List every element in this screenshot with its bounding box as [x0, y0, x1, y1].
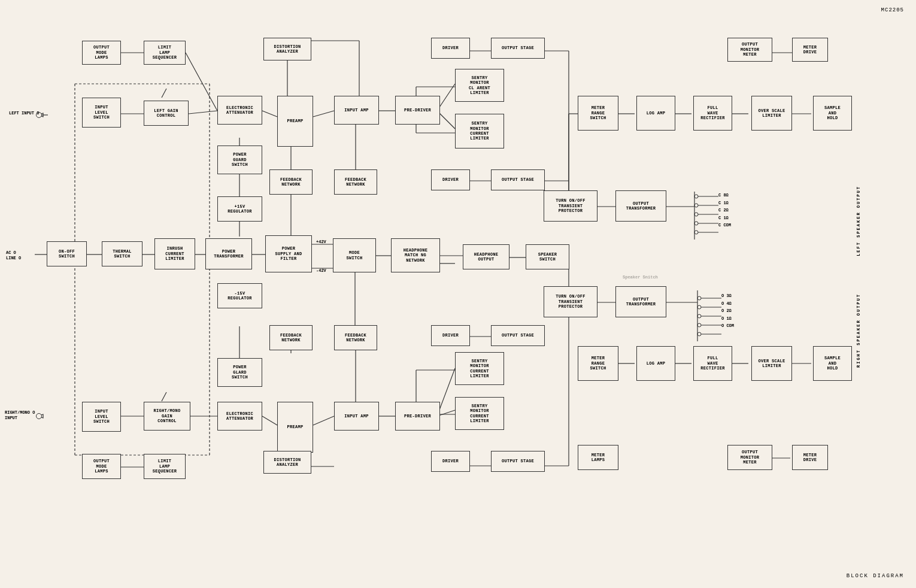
- output-stage-top-2: OUTPUT STAGE: [491, 169, 545, 190]
- right-input-connector: [36, 413, 42, 419]
- input-amp-top: INPUT AMP: [334, 96, 379, 125]
- svg-line-52: [313, 416, 334, 425]
- preamp-top: PREAMP: [277, 96, 313, 147]
- meter-drive-top: METERDRIVE: [792, 38, 828, 62]
- svg-line-51: [262, 416, 277, 425]
- sentry-monitor-cl-top-1: SENTRYMONITORCL ARENTLIMITER: [455, 69, 504, 102]
- over-scale-limiter-bot: OVER SCALELIMITER: [751, 346, 792, 381]
- right-mono-gain-control: RIGHT/MONOGAINCONTROL: [144, 402, 190, 431]
- output-monitor-meter-bot: OUTPUTMONITORMETER: [727, 445, 772, 470]
- thermal-switch: THERMALSWITCH: [102, 241, 142, 266]
- output-stage-top-1: OUTPUT STAGE: [491, 38, 545, 59]
- right-speaker-labels: O 3Ω O 4Ω O 2Ω O 1Ω O COM: [721, 292, 734, 330]
- driver-bot-2: DRIVER: [431, 451, 470, 472]
- turn-onoff-transient-top: TURN ON/OFFTRANSIENTPROTECTOR: [544, 190, 597, 222]
- svg-point-87: [697, 305, 701, 309]
- svg-point-90: [697, 332, 701, 336]
- input-level-switch-top: INPUTLEVELSWITCH: [82, 98, 121, 128]
- sample-hold-top: SAMPLEANDHOLD: [813, 96, 852, 131]
- sentry-monitor-bot-2: SENTRYMONITORCURRENTLIMITER: [455, 397, 504, 430]
- inrush-current-limiter: INRUSHCURRENTLIMITER: [154, 238, 195, 269]
- input-level-switch-bot: INPUTLEVELSWITCH: [82, 402, 121, 432]
- on-off-switch: ON-OFFSWITCH: [47, 241, 87, 266]
- power-supply-filter: POWERSUPPLY ANDFILTER: [265, 235, 312, 272]
- output-monitor-meter-top: OUTPUTMONITORMETER: [727, 38, 772, 62]
- svg-point-80: [694, 231, 698, 234]
- headphone-match-network: HEADPHONEMATCH NGNETWORK: [391, 238, 440, 272]
- meter-range-switch-bot: METERRANGESWITCH: [578, 346, 618, 381]
- output-mode-lamps-bot: OUTPUTMODELAMPS: [82, 454, 121, 479]
- log-amp-top: LOG AMP: [636, 96, 675, 131]
- svg-point-76: [694, 195, 698, 198]
- svg-point-86: [697, 296, 701, 300]
- limit-lamp-seq-bot: LIMITLAMPSEQUENCER: [144, 454, 186, 479]
- electronic-attenuator-bot: ELECTRONICATTENUATOR: [217, 402, 262, 431]
- plus42v-label: +42V: [316, 240, 326, 244]
- svg-line-111: [162, 89, 166, 98]
- svg-point-89: [697, 323, 701, 327]
- output-stage-bot-1: OUTPUT STAGE: [491, 325, 545, 346]
- output-mode-lamps-top: OUTPUTMODELAMPS: [82, 41, 121, 65]
- page-ref: MC2205: [881, 7, 904, 13]
- svg-point-79: [694, 222, 698, 225]
- driver-bot-1: DRIVER: [431, 325, 470, 346]
- input-amp-bot: INPUT AMP: [334, 402, 379, 431]
- electronic-attenuator-top: ELECTRONICATTENUATOR: [217, 96, 262, 125]
- power-guard-switch-top: POWERGUARDSWITCH: [217, 146, 262, 174]
- pre-driver-bot: PRE-DRIVER: [395, 402, 440, 431]
- sentry-monitor-bot-1: SENTRYMONITORCURRENTLIMITER: [455, 352, 504, 385]
- svg-line-1: [186, 53, 217, 111]
- meter-drive-bot: METERDRIVE: [792, 445, 828, 470]
- feedback-network-bot-1: FEEDBACKNETWORK: [269, 325, 313, 350]
- speaker-switch: SPEAKERSWITCH: [526, 244, 569, 269]
- svg-point-88: [697, 314, 701, 318]
- left-gain-control: LEFT GAINCONTROL: [144, 101, 189, 126]
- log-amp-bot: LOG AMP: [636, 346, 675, 381]
- bottom-label: BLOCK DIAGRAM: [847, 573, 904, 579]
- distortion-analyzer-bot: DISTORTIONANALYZER: [263, 451, 311, 474]
- left-speaker-output-label: LEFT SPEAKER OUTPUT: [856, 186, 861, 256]
- right-speaker-output-label: RIGHT SPEAKER OUTPUT: [856, 293, 861, 368]
- meter-lamps-bot: METERLAMPS: [578, 445, 618, 470]
- block-diagram: MC2205 BLOCK DIAGRAM: [0, 0, 916, 588]
- full-wave-rect-bot: FULLWAVERECTIFIER: [693, 346, 732, 381]
- output-transformer-top: OUTPUTTRANSFORMER: [615, 190, 666, 222]
- left-input-label: LEFT INPUT O: [9, 111, 39, 116]
- driver-top-2: DRIVER: [431, 169, 470, 190]
- ac-line-label: AC OLINE O: [6, 250, 21, 261]
- svg-point-77: [694, 204, 698, 207]
- right-mono-input-label: RIGHT/MONO OINPUT: [5, 410, 35, 421]
- meter-range-switch-top: METERRANGESWITCH: [578, 96, 618, 131]
- svg-line-6: [262, 111, 277, 117]
- over-scale-limiter-top: OVER SCALELIMITER: [751, 96, 792, 131]
- svg-point-78: [694, 213, 698, 216]
- speaker-snitch: Speaker Snitch: [623, 275, 658, 280]
- distortion-analyzer-top: DISTORTIONANALYZER: [263, 38, 311, 60]
- svg-line-7: [313, 111, 334, 117]
- turn-onoff-transient-bot: TURN ON/OFFTRANSIENTPROTECTOR: [544, 286, 597, 317]
- power-guard-switch-bot: POWERGLARDSWITCH: [217, 358, 262, 387]
- neg-15v-reg: -15VREGULATOR: [217, 283, 262, 308]
- output-stage-bot-2: OUTPUT STAGE: [491, 451, 545, 472]
- mode-switch: MODESWITCH: [333, 238, 376, 272]
- power-transformer: POWERTRANSFORMER: [205, 238, 252, 269]
- svg-line-112: [162, 392, 166, 401]
- headphone-output: HEADPHONEOUTPUT: [463, 244, 509, 269]
- sample-hold-bot: SAMPLEANDHOLD: [813, 346, 852, 381]
- 15v-regulator-top: +15VREGULATOR: [217, 196, 262, 222]
- minus42v-label: -42V: [316, 268, 326, 273]
- limit-lamp-seq-top: LIMITLAMPSEQUENCER: [144, 41, 186, 65]
- feedback-network-top-1: FEEDBACKNETWORK: [269, 169, 313, 195]
- output-transformer-bot: OUTPUTTRANSFORMER: [615, 286, 666, 317]
- full-wave-rect-top: FULLWAVERECTIFIER: [693, 96, 732, 131]
- pre-driver-top: PRE-DRIVER: [395, 96, 440, 125]
- svg-line-5: [189, 111, 217, 114]
- feedback-network-bot-2: FEEDBACKNETWORK: [334, 325, 377, 350]
- driver-top-1: DRIVER: [431, 38, 470, 59]
- sentry-monitor-cl-top-2: SENTRYMONITORCURRENTLIMITER: [455, 114, 504, 148]
- left-speaker-labels: C 8Ω C 1Ω C 2Ω C 1Ω C COM: [718, 192, 731, 229]
- preamp-bot: PREAMP: [277, 402, 313, 453]
- feedback-network-top-2: FEEDBACKNETWORK: [334, 169, 377, 195]
